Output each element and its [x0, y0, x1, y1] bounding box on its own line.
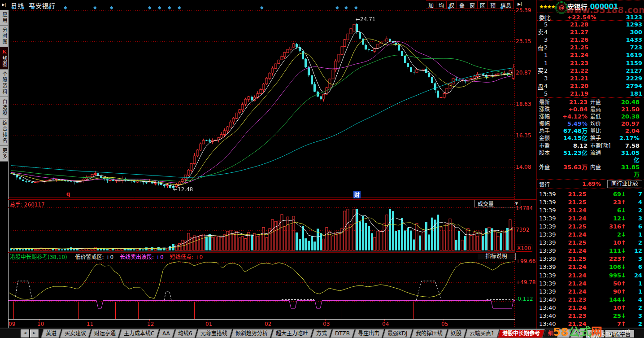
event-diamond-icon[interactable]: ◆ — [48, 5, 52, 10]
indicator-tab[interactable]: 元尊宝搭线 — [196, 329, 232, 338]
tick-trade-row[interactable]: 13:39 21.24 6↓ 2 — [537, 206, 644, 214]
main-kline-canvas[interactable] — [8, 10, 515, 200]
tick-trade-row[interactable]: 13:39 21.25 69↓ 7 — [537, 190, 644, 198]
collapse-panel-icon[interactable]: ▶| — [0, 0, 8, 9]
tick-trade-row[interactable]: 13:39 21.24 106↓ 6 — [537, 263, 644, 271]
event-diamond-icon[interactable]: ◆ — [93, 5, 97, 10]
tick-trade-row[interactable]: 13:40 21.23 25↓ 3 — [537, 312, 644, 320]
bid-row[interactable]: 3 21.21 2229 — [544, 75, 644, 82]
event-diamond-icon[interactable]: ◆ — [354, 5, 358, 10]
tick-trade-row[interactable]: 13:40 21.24 10↑ 2 — [537, 303, 644, 312]
tick-trade-row[interactable]: 13:39 21.25 10↑ 2 — [537, 239, 644, 247]
indicator-tab[interactable]: 细 — [544, 329, 558, 338]
indicator-canvas[interactable] — [8, 259, 515, 320]
indicator-tab-label: 倾斜趋势分析 — [235, 330, 268, 338]
indicator-tab[interactable]: 诊 — [557, 329, 572, 338]
event-diamond-icon[interactable]: ◆ — [158, 5, 161, 10]
indicator-tab[interactable]: 超大主力吃吐 — [271, 329, 313, 338]
tick-trade-row[interactable]: 13:40 21.23 144↓ 4 — [537, 295, 644, 303]
tick-trade-row[interactable]: 13:39 21.24 12↓ 3 — [537, 214, 644, 222]
event-diamond-icon[interactable]: ◆ — [148, 5, 152, 10]
trade-direction-icon: ↓ — [621, 215, 626, 222]
industry-compare-button[interactable]: 同行业比较 — [607, 180, 642, 188]
event-diamond-icon[interactable]: ◆ — [21, 5, 25, 10]
s bidebar-item[interactable]: K线图 — [0, 47, 8, 70]
indicator-tab[interactable]: AA — [158, 329, 175, 338]
event-diamond-icon[interactable]: ◆ — [31, 5, 35, 10]
trade-volume: 23↑ — [592, 199, 626, 206]
tick-trade-row[interactable]: 13:39 21.24 50↑ 1 — [537, 279, 644, 287]
tabs-scroll-right-button[interactable]: ► — [30, 329, 39, 338]
indicator-tab[interactable]: 云端买点1 — [465, 329, 499, 338]
bid-row[interactable]: 4 21.20 2794 — [544, 82, 644, 90]
ask-row[interactable]: 4 21.27 300 — [544, 28, 644, 36]
stats-row: 涨跌 +0.84 最高 21.50 — [539, 106, 642, 113]
indicator-tab[interactable]: 最强KDJ — [383, 329, 412, 338]
indicator-tab[interactable]: 财运亨通 — [89, 329, 120, 338]
indicator-tab[interactable]: 分 — [570, 329, 585, 338]
stat-label: 市盈 — [539, 142, 557, 149]
indicator-header: 港股中长期参考(38,10) 指标说明 低价警戒区: +0长线卖出波段: +0短… — [8, 253, 515, 259]
tabs-scroll-left-button[interactable]: ◄ — [21, 329, 29, 338]
indicator-info-button[interactable]: 指标说明 — [477, 253, 516, 260]
ask-row[interactable]: 3 21.26 1433 — [544, 36, 644, 44]
indicator-tab[interactable]: 港股中长期参考 — [498, 329, 545, 338]
bottom-bar-button[interactable]: 设置 — [586, 330, 604, 338]
bottom-bar-button[interactable]: 指标平台 — [605, 330, 634, 338]
quote-stock-name[interactable]: 平安银行 — [561, 2, 587, 11]
bid-row[interactable]: 5 21.19 181 — [544, 90, 644, 97]
event-diamond-icon[interactable]: ◆ — [11, 5, 15, 10]
tick-trade-row[interactable]: 13:39 21.25 23↑ 4 — [537, 198, 644, 206]
ask-row[interactable]: 5 21.28 1293 — [544, 21, 644, 28]
indicator-tab[interactable]: 主力成本线C — [119, 329, 159, 338]
indicator-tab[interactable]: 均线6 — [173, 329, 197, 338]
s bidebar-item[interactable]: 个股资料 — [0, 70, 8, 97]
indicator-tab[interactable]: 倾斜趋势分析 — [231, 329, 272, 338]
indicator-tab[interactable]: 妖股 — [446, 329, 466, 338]
ask-row[interactable]: 1 21.24 1619 — [544, 51, 644, 59]
s bidebar-item[interactable]: 更多 — [0, 146, 8, 162]
event-diamond-icon[interactable]: ◆ — [500, 5, 504, 10]
event-diamond-icon[interactable]: ◆ — [335, 5, 339, 10]
event-diamond-icon[interactable]: ◆ — [448, 5, 451, 10]
indicator-tab[interactable]: 买卖建议 — [60, 329, 91, 338]
s bidebar-item[interactable]: 自选股 — [0, 97, 8, 119]
indicator-tab[interactable]: 我的撑压线 — [411, 329, 447, 338]
ask-book: 卖盘 5 21.28 1293 4 21.27 300 3 21.26 1433 — [537, 21, 644, 59]
event-diamond-icon[interactable]: ◆ — [178, 5, 181, 10]
indicator-tab[interactable]: 方式 — [311, 329, 331, 338]
tick-trade-row[interactable]: 13:39 21.24 2↓ 1 — [537, 231, 644, 239]
bid-row[interactable]: 1 21.23 1159 — [544, 59, 644, 67]
tick-trade-row[interactable]: 13:39 21.24 90↑ 1 — [537, 287, 644, 295]
stat-label: 最新 — [539, 99, 557, 106]
left-sidebar: 应用 分时图 K线图 个股资料 自选股 综合排名 更多 — [0, 10, 8, 338]
bid-volume: 2229 — [607, 75, 642, 82]
stats-row: 股本 51.23亿 流通 31.05亿 — [539, 149, 642, 164]
indicator-tab[interactable]: DTZB — [330, 329, 354, 338]
trade-price: 21.24 — [562, 272, 592, 279]
indicator-tab[interactable]: 寻庄出击 — [353, 329, 384, 338]
trade-time: 13:39 — [539, 255, 562, 262]
s bidebar-item[interactable]: 综合排名 — [0, 119, 8, 146]
ask-side-label: 卖盘 — [537, 21, 544, 59]
bid-level: 2 — [544, 67, 551, 74]
event-diamond-icon[interactable]: ◆ — [344, 5, 348, 10]
tick-trade-row[interactable]: 13:39 21.24 995↓ 24 — [537, 271, 644, 279]
tick-trade-row[interactable]: 13:39 21.25 223↑ 3 — [537, 255, 644, 263]
stat-label: 量比 — [590, 127, 618, 135]
tick-trade-row[interactable]: 13:40 21.24 7↑ 2 — [537, 320, 644, 328]
trade-time: 13:39 — [539, 280, 562, 287]
event-diamond-icon[interactable]: ◆ — [110, 5, 113, 10]
indicator-tab[interactable]: 黄进 — [41, 329, 61, 338]
price-axis-label: 20.87 — [516, 70, 531, 76]
ask-row[interactable]: 2 21.25 723 — [544, 44, 644, 51]
s bidebar-item[interactable]: 应用 — [0, 10, 8, 26]
event-diamond-icon[interactable]: ◆ — [260, 5, 264, 10]
tick-trade-row[interactable]: 13:39 21.24 111↓ 12 — [537, 247, 644, 255]
event-diamond-icon[interactable]: ◆ — [64, 5, 67, 10]
tick-trade-row[interactable]: 13:39 21.25 316↑ 6 — [537, 222, 644, 230]
event-diamond-icon[interactable]: ◆ — [168, 5, 171, 10]
bid-row[interactable]: 2 21.22 2127 — [544, 67, 644, 75]
volume-canvas[interactable] — [8, 208, 515, 251]
s bidebar-item[interactable]: 分时图 — [0, 26, 8, 47]
